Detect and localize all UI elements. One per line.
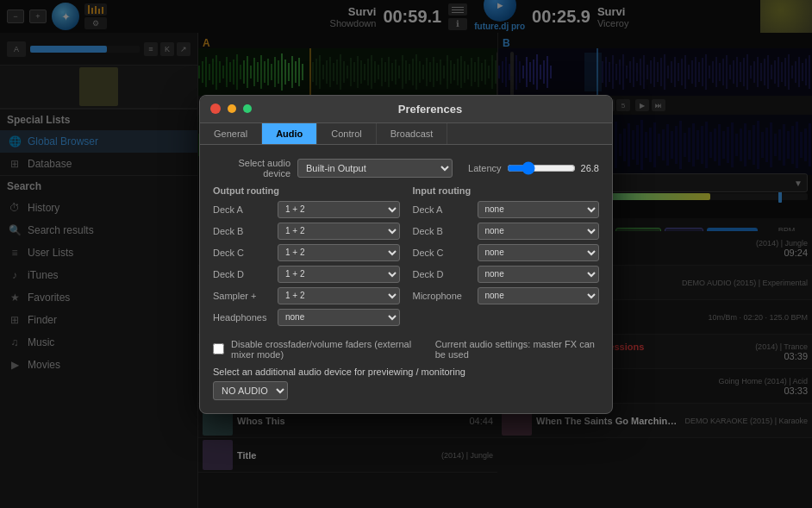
in-mic-select[interactable]: none	[478, 287, 600, 304]
preferences-dialog: Preferences General Audio Control Broadc…	[199, 95, 613, 414]
output-routing: Output routing Deck A 1 + 2 Deck B 1 + 2…	[213, 185, 400, 330]
input-routing-title: Input routing	[413, 185, 600, 196]
maximize-dot[interactable]	[243, 104, 252, 113]
crossfader-checkbox[interactable]	[213, 343, 224, 354]
out-deck-b-select[interactable]: 1 + 2	[278, 223, 400, 240]
in-deck-d-select[interactable]: none	[478, 266, 600, 283]
in-deck-b-select[interactable]: none	[478, 223, 600, 240]
out-sampler: Sampler + 1 + 2	[213, 287, 400, 304]
crossfader-label: Disable crossfader/volume faders (extern…	[231, 339, 428, 360]
tab-control[interactable]: Control	[317, 123, 376, 144]
tab-audio[interactable]: Audio	[262, 123, 317, 144]
additional-device-select[interactable]: NO AUDIO	[213, 381, 288, 400]
out-deck-d-select[interactable]: 1 + 2	[278, 266, 400, 283]
pref-tabs: General Audio Control Broadcast	[200, 123, 612, 145]
routing-section: Output routing Deck A 1 + 2 Deck B 1 + 2…	[213, 185, 599, 330]
out-deck-a: Deck A 1 + 2	[213, 201, 400, 218]
audio-device-row: Select audio device Built-in Output Late…	[213, 158, 599, 179]
in-deck-a-select[interactable]: none	[478, 201, 600, 218]
out-headphones-select[interactable]: none	[278, 309, 400, 326]
audio-device-select[interactable]: Built-in Output	[297, 159, 453, 178]
in-deck-d: Deck D none	[413, 266, 600, 283]
modal-titlebar: Preferences	[200, 96, 612, 123]
out-deck-d: Deck D 1 + 2	[213, 266, 400, 283]
close-btn[interactable]	[210, 103, 221, 114]
additional-device-section: Select an additional audio device for pr…	[213, 367, 599, 400]
in-deck-c: Deck C none	[413, 244, 600, 261]
in-deck-c-select[interactable]: none	[478, 244, 600, 261]
input-routing: Input routing Deck A none Deck B none De…	[413, 185, 600, 330]
out-deck-c-select[interactable]: 1 + 2	[278, 244, 400, 261]
additional-device-label: Select an additional audio device for pr…	[213, 367, 599, 377]
checkbox-status-row: Disable crossfader/volume faders (extern…	[213, 339, 599, 360]
tab-broadcast[interactable]: Broadcast	[377, 123, 448, 144]
out-deck-b: Deck B 1 + 2	[213, 223, 400, 240]
audio-device-label: Select audio device	[213, 158, 290, 179]
in-deck-b: Deck B none	[413, 223, 600, 240]
modal-body: Select audio device Built-in Output Late…	[200, 145, 612, 413]
status-text: Current audio settings: master FX can be…	[435, 339, 599, 360]
output-routing-title: Output routing	[213, 185, 400, 196]
tab-general[interactable]: General	[200, 123, 262, 144]
out-sampler-select[interactable]: 1 + 2	[278, 287, 400, 304]
in-deck-a: Deck A none	[413, 201, 600, 218]
latency-slider[interactable]	[507, 161, 576, 175]
modal-title: Preferences	[259, 103, 602, 116]
modal-overlay: Preferences General Audio Control Broadc…	[0, 0, 812, 508]
in-mic: Microphone none	[413, 287, 600, 304]
latency-row: Latency 26.8	[468, 161, 599, 175]
out-headphones: Headphones none	[213, 309, 400, 326]
out-deck-c: Deck C 1 + 2	[213, 244, 400, 261]
out-deck-a-select[interactable]: 1 + 2	[278, 201, 400, 218]
minimize-dot[interactable]	[228, 104, 236, 113]
